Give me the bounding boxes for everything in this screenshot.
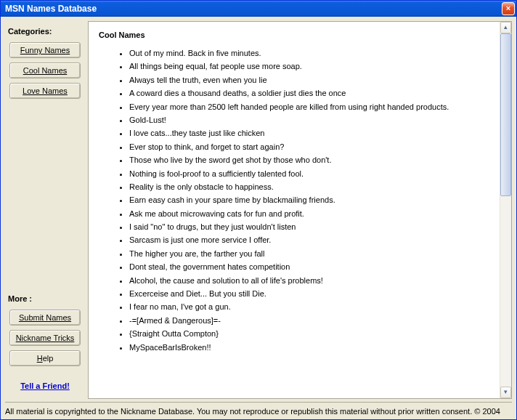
window-title: MSN Names Database	[5, 4, 502, 14]
list-item: Always tell the truth, even when you lie	[129, 75, 489, 86]
body-area: Categories: Funny Names Cool Names Love …	[1, 17, 516, 400]
list-item: Reality is the only obstacle to happines…	[129, 182, 489, 193]
app-window: MSN Names Database × Categories: Funny N…	[0, 0, 517, 420]
categories-heading: Categories:	[8, 27, 82, 36]
sidebar: Categories: Funny Names Cool Names Love …	[5, 21, 85, 399]
cool-names-button[interactable]: Cool Names	[9, 62, 81, 78]
love-names-button[interactable]: Love Names	[9, 83, 81, 99]
submit-names-button[interactable]: Submit Names	[9, 310, 81, 326]
list-item: Ask me about microwaving cats for fun an…	[129, 209, 489, 219]
list-item: Those who live by the sword get shot by …	[129, 155, 489, 166]
funny-names-button[interactable]: Funny Names	[9, 42, 81, 58]
scroll-down-icon[interactable]: ▾	[500, 387, 511, 398]
names-list: Out of my mind. Back in five minutes.All…	[129, 48, 489, 353]
list-item: The higher you are, the farther you fall	[129, 249, 489, 259]
more-heading: More :	[8, 294, 82, 303]
tell-a-friend-link[interactable]: Tell a Friend!	[7, 381, 84, 390]
content-panel: Cool Names Out of my mind. Back in five …	[88, 21, 512, 399]
close-icon[interactable]: ×	[502, 2, 515, 15]
list-item: I love cats...they taste just like chick…	[129, 128, 489, 139]
scroll-thumb[interactable]	[500, 33, 511, 196]
list-item: I said "no" to drugs, but they just woul…	[129, 222, 489, 233]
list-item: Alcohol, the cause and solution to all o…	[129, 275, 489, 286]
nickname-tricks-button[interactable]: Nickname Tricks	[9, 330, 81, 346]
scroll-track[interactable]	[500, 33, 511, 387]
content-heading: Cool Names	[99, 31, 489, 39]
list-item: Nothing is fool-proof to a sufficiently …	[129, 169, 489, 179]
help-button[interactable]: Help	[9, 350, 81, 366]
list-item: I fear no man, I've got a gun.	[129, 302, 489, 312]
footer-text: All material is copyrighted to the Nickn…	[5, 402, 512, 416]
list-item: -=[Armed & Dangerous]=-	[129, 315, 489, 326]
list-item: Every year more than 2500 left handed pe…	[129, 102, 489, 113]
scrollbar[interactable]: ▴ ▾	[500, 22, 511, 398]
list-item: Gold-Lust!	[129, 115, 489, 126]
list-item: Ever stop to think, and forget to start …	[129, 142, 489, 153]
list-item: A coward dies a thousand deaths, a soldi…	[129, 88, 489, 99]
list-item: All things being equal, fat people use m…	[129, 61, 489, 72]
list-item: Earn easy cash in your spare time by bla…	[129, 195, 489, 206]
list-item: Out of my mind. Back in five minutes.	[129, 48, 489, 59]
list-item: Dont steal, the government hates competi…	[129, 262, 489, 272]
list-item: Excerceise and Diet... But you still Die…	[129, 288, 489, 299]
list-item: Sarcasm is just one more service I offer…	[129, 235, 489, 246]
list-item: MySpaceBarIsBroken!!	[129, 342, 489, 353]
content-inner: Cool Names Out of my mind. Back in five …	[89, 22, 500, 398]
scroll-up-icon[interactable]: ▴	[500, 22, 511, 33]
list-item: {Straight Outta Compton}	[129, 328, 489, 339]
titlebar: MSN Names Database ×	[1, 1, 516, 17]
